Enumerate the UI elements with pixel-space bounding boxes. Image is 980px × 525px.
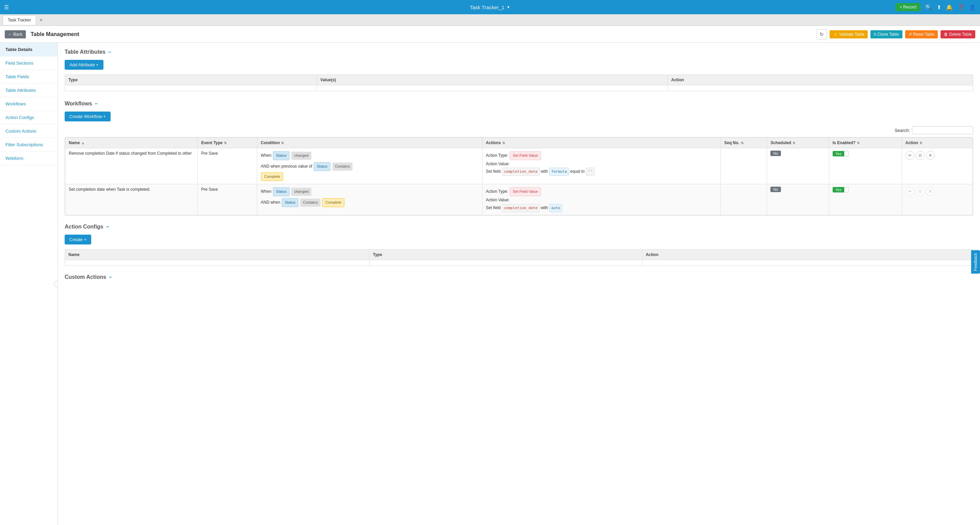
main-content: Table Attributes – Add Attribute + Type … [58,43,980,525]
col-action: Action [668,75,973,86]
create-workflow-button[interactable]: Create Workflow + [65,111,111,121]
wf-col-seq[interactable]: Seq No. ⇅ [721,138,767,148]
col-type: Type [65,75,317,86]
sidebar-collapse-button[interactable]: ‹ [54,280,58,288]
sidebar-item-table-fields[interactable]: Table Fields [0,70,57,84]
workflows-header: Workflows – [65,101,973,107]
validate-button[interactable]: ⚡ Validate Table [830,30,868,38]
workflow-search-bar: Search: [65,126,973,134]
table-attributes-title: Table Attributes [65,49,105,55]
sidebar-item-custom-actions[interactable]: Custom Actions [0,124,57,138]
action2-type-value-tag: Set Field Value [510,187,541,196]
action-configs-title: Action Configs [65,224,103,230]
tab-task-tracker[interactable]: Task Tracker [3,15,36,25]
delete-button[interactable]: 🗑 Delete Table [940,30,975,38]
condition2-contains-tag: Contains [300,198,320,207]
delete-row-button[interactable]: ✕ [926,151,935,160]
enabled2-no-button[interactable] [844,187,849,192]
refresh-button[interactable]: ↻ [817,29,827,40]
record-button[interactable]: + Record [896,3,920,11]
topbar-actions: + Record 🔍 ⬆ 🔔 ❓ 👤 [896,3,976,11]
edit2-button[interactable]: ✏ [905,187,914,196]
wf-col-condition[interactable]: Condition ⇅ [257,138,482,148]
search-icon[interactable]: 🔍 [925,4,932,11]
user-avatar[interactable]: 👤 [969,4,976,11]
wf-row2-actions: Action Type: Set Field Value Action Valu… [482,184,721,215]
wf-col-enabled[interactable]: Is Enabled? ⇅ [829,138,902,148]
action-configs-collapse[interactable]: – [106,224,109,230]
header-actions: ↻ ⚡ Validate Table ⎘ Clone Table ↺ Reset… [817,29,975,40]
copy2-button[interactable]: ⊙ [916,187,924,196]
code2-auto: auto [549,204,563,212]
scheduled2-no-badge: No [770,187,781,192]
workflow-table-wrap: Name ▲ Event Type ⇅ Condition ⇅ Actions … [65,137,973,216]
edit-button[interactable]: ✏ [905,151,914,160]
sidebar-item-webform[interactable]: Webform [0,152,57,165]
wf-col-scheduled[interactable]: Scheduled ⇅ [767,138,829,148]
question-icon[interactable]: ❓ [958,4,964,11]
tabbar: Task Tracker + [0,14,980,26]
create-action-config-button[interactable]: Create + [65,235,91,244]
sidebar: Table Details Field Sections Table Field… [0,43,58,525]
condition2-complete-tag: Complete [322,198,344,207]
feedback-button[interactable]: Feedback [971,250,980,274]
sidebar-item-table-attributes[interactable]: Table Attributes [0,84,57,97]
search-input[interactable] [912,126,973,134]
sidebar-item-filter-subscriptions[interactable]: Filter Subscriptions [0,138,57,152]
sidebar-item-table-details[interactable]: Table Details [0,43,57,56]
upload-icon[interactable]: ⬆ [937,4,941,11]
ac-col-action: Action [642,249,973,260]
header-bar: ← Back Table Management ↻ ⚡ Validate Tab… [0,26,980,43]
table-attributes-collapse[interactable]: – [108,49,111,55]
wf-col-actions[interactable]: Actions ⇅ [482,138,721,148]
wf-row1-action: ✏ ⊙ ✕ [902,148,972,184]
table-row [65,86,973,91]
copy-button[interactable]: ⊙ [916,151,924,160]
bell-icon[interactable]: 🔔 [946,4,953,11]
action-configs-header: Action Configs – [65,224,973,230]
condition-status-tag: Status [273,151,290,160]
condition-contains-tag: Contains [332,163,353,171]
sidebar-item-action-configs[interactable]: Action Configs [0,111,57,124]
workflow-table: Name ▲ Event Type ⇅ Condition ⇅ Actions … [65,137,973,215]
scheduled-no-badge: No [770,151,781,156]
wf-row2-condition: When Status changed AND when Status Cont… [257,184,482,215]
menu-icon[interactable]: ☰ [4,4,9,11]
table-attributes-header: Table Attributes – [65,49,973,55]
sidebar-item-workflows[interactable]: Workflows [0,97,57,111]
code2-completion-date: completion_date [502,204,540,212]
wf-row1-name: Remove completion Date if status changed… [65,148,198,184]
tab-add-button[interactable]: + [37,17,45,23]
action-configs-table: Name Type Action [65,249,973,266]
reset-button[interactable]: ↺ Reset Table [905,30,938,38]
wf-col-event[interactable]: Event Type ⇅ [198,138,257,148]
title-dropdown-arrow[interactable]: ▼ [506,5,510,9]
custom-actions-header: Custom Actions – [65,274,973,280]
back-button[interactable]: ← Back [5,30,26,38]
sidebar-item-field-sections[interactable]: Field Sections [0,56,57,70]
page-title: Table Management [30,31,79,37]
add-attribute-button[interactable]: Add Attribute + [65,60,103,70]
topbar: ☰ Task Tracker_1 ▼ + Record 🔍 ⬆ 🔔 ❓ 👤 [0,0,980,14]
wf-row2-enabled: Yes [829,184,902,215]
wf-row2-action: ✏ ⊙ ✕ [902,184,972,215]
enabled-no-button[interactable] [844,151,849,156]
workflows-collapse[interactable]: – [95,101,98,107]
main-layout: Table Details Field Sections Table Field… [0,43,980,525]
delete2-row-button[interactable]: ✕ [926,187,935,196]
workflow-row-2: Set completion date when Task is complet… [65,184,973,215]
action-type-value-tag: Set Field Value [510,151,541,160]
table-attributes-table: Type Value(s) Action [65,75,973,91]
wf-row2-name: Set completion date when Task is complet… [65,184,198,215]
wf-row1-seq [721,148,767,184]
enabled2-yes-button[interactable]: Yes [833,187,844,192]
wf-col-action[interactable]: Action ⇅ [902,138,972,148]
clone-button[interactable]: ⎘ Clone Table [870,30,902,38]
custom-actions-title: Custom Actions [65,274,106,280]
enabled-yes-button[interactable]: Yes [833,151,844,156]
search-label: Search: [894,128,910,133]
workflow-row-1: Remove completion Date if status changed… [65,148,973,184]
custom-actions-collapse[interactable]: – [109,274,112,280]
code-formula: formula [549,168,569,176]
wf-col-name[interactable]: Name ▲ [65,138,198,148]
